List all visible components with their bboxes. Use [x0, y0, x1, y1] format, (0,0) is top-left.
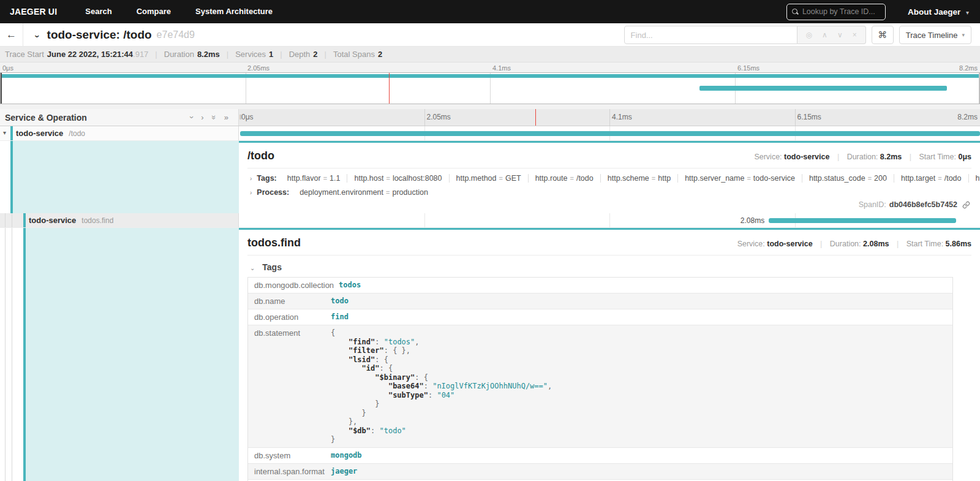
minimap-tick: 8.2ms — [959, 64, 978, 72]
tag-row: internal.span.format jaeger — [248, 463, 952, 479]
tags-summary-row[interactable]: › Tags: http.flavor=1.1http.host=localho… — [247, 174, 971, 183]
find-next-icon[interactable]: ∨ — [832, 31, 848, 39]
total-spans-label: Total Spans — [333, 50, 375, 59]
trace-minimap: 0μs 2.05ms 4.1ms 6.15ms 8.2ms — [0, 62, 980, 109]
jaeger-logo[interactable]: JAEGER UI — [10, 7, 57, 17]
process-summary-row[interactable]: › Process: deployment.environment=produc… — [247, 188, 971, 197]
minimap-left-drag-handle[interactable] — [1, 73, 2, 104]
span-name-todos-find[interactable]: todo-service todos.find — [0, 213, 239, 227]
about-jaeger-menu[interactable]: About Jaeger ▾ — [908, 7, 969, 17]
tag-row: db.system mongodb — [248, 447, 952, 463]
column-resizer-handle[interactable]: ‖ — [239, 113, 241, 121]
ruler-tick-label: 6.15ms — [797, 113, 821, 121]
nav-item-system-architecture[interactable]: System Architecture — [183, 0, 285, 23]
tag-row-db-statement: db.statement { "find": "todos", "filter"… — [248, 325, 952, 447]
chevron-down-icon: ⌄ — [250, 265, 255, 271]
trace-lookup-box[interactable] — [786, 4, 886, 20]
trace-lookup-input[interactable] — [802, 7, 880, 16]
span-track-todos-find[interactable]: 2.08ms — [239, 213, 980, 227]
trace-header: ← ⌄ todo-service: /todo e7e74d9 ◎ ∧ ∨ × … — [0, 23, 980, 47]
ruler-tick-label: 8.2ms — [957, 113, 978, 121]
nav-item-search[interactable]: Search — [73, 0, 124, 23]
tags-table: db.mongodb.collection todos db.name todo… — [247, 277, 953, 481]
span-bar-todos-find[interactable] — [769, 218, 956, 223]
find-clear-icon[interactable]: × — [848, 31, 862, 39]
trace-start-value: June 22 2022, 15:21:44 — [47, 50, 133, 59]
span-row-todos-find: todo-service todos.find 2.08ms — [0, 213, 980, 228]
find-prev-icon[interactable]: ∧ — [817, 31, 832, 39]
detail-service: todo-service — [784, 153, 829, 161]
detail-start-time: 5.86ms — [946, 240, 971, 248]
detail-service: todo-service — [767, 240, 812, 248]
tag-pill: http.user_agent=M... — [969, 174, 980, 183]
tag-row: db.name todo — [248, 293, 952, 309]
collapse-all-icon[interactable]: » — [210, 115, 218, 119]
ruler-ticks: 0μs 2.05ms 4.1ms 6.15ms 8.2ms — [239, 109, 980, 126]
minimap-span-bar-todo — [1, 74, 979, 78]
ruler-tick-label: 4.1ms — [612, 113, 632, 121]
trace-start-label: Trace Start — [5, 50, 44, 59]
collapse-trace-chevron-icon[interactable]: ⌄ — [33, 30, 41, 39]
back-button[interactable]: ← — [0, 23, 23, 47]
span-bar-todo[interactable] — [240, 131, 980, 136]
process-pill: deployment.environment=production — [293, 188, 435, 197]
keyboard-shortcuts-button[interactable]: ⌘ — [872, 26, 894, 44]
collapse-span-chevron-icon[interactable]: ▾ — [3, 129, 6, 136]
span-name-todo[interactable]: ▾ todo-service /todo — [0, 126, 239, 140]
service-operation-label: Service & Operation — [5, 113, 87, 123]
trace-id-short: e7e74d9 — [157, 29, 195, 40]
span-track-todo[interactable] — [239, 126, 980, 140]
tags-section-toggle[interactable]: ⌄ Tags — [247, 262, 971, 272]
expand-one-icon[interactable]: › — [201, 113, 203, 121]
tag-pill: http.status_code=200 — [802, 174, 894, 183]
span-detail-todos-find-gutter — [0, 228, 239, 481]
collapse-one-icon[interactable]: › — [188, 116, 196, 118]
top-navbar: JAEGER UI Search Compare System Architec… — [0, 0, 980, 23]
duration-value: 8.2ms — [197, 50, 220, 59]
find-input-group: ◎ ∧ ∨ × — [624, 26, 866, 44]
tag-pill: http.route=/todo — [529, 174, 601, 183]
topnav-right: About Jaeger ▾ — [786, 4, 980, 20]
span-row-todo: ▾ todo-service /todo — [0, 126, 980, 141]
minimap-tick: 2.05ms — [247, 64, 270, 72]
back-arrow-icon: ← — [6, 29, 17, 41]
tag-row: db.operation find — [248, 309, 952, 325]
find-buttons: ◎ ∧ ∨ × — [797, 26, 866, 44]
db-statement-json: { "find": "todos", "filter": { }, "lsid"… — [331, 328, 948, 444]
total-spans-value: 2 — [378, 50, 382, 59]
span-color-bar — [10, 126, 13, 140]
tag-pill: http.method=GET — [450, 174, 529, 183]
service-operation-header: Service & Operation › › » » ‖ — [0, 109, 239, 126]
find-input[interactable] — [624, 26, 797, 44]
minimap-tick: 6.15ms — [737, 64, 760, 72]
page-title: todo-service: /todo — [47, 28, 152, 42]
deep-link-icon[interactable] — [962, 201, 970, 209]
nav-item-compare[interactable]: Compare — [124, 0, 183, 23]
span-detail-todos-find: todos.find Service: todo-service | Durat… — [0, 228, 980, 481]
tag-pill: http.host=localhost:8080 — [347, 174, 449, 183]
minimap-span-bar-todos-find — [699, 86, 947, 91]
trace-view-select[interactable]: Trace Timeline ▾ — [899, 26, 971, 44]
depth-value: 2 — [313, 50, 317, 59]
detail-start-time: 0μs — [958, 153, 971, 161]
minimap-canvas[interactable] — [0, 72, 980, 104]
find-scope-icon[interactable]: ◎ — [801, 31, 817, 39]
trace-start-fraction: .917 — [133, 50, 148, 59]
tag-pill: http.server_name=todo-service — [678, 174, 802, 183]
services-value: 1 — [269, 50, 273, 59]
span-duration-label: 2.08ms — [741, 216, 769, 225]
span-detail-todo-gutter — [0, 141, 239, 213]
services-label: Services — [235, 50, 266, 59]
expand-all-icon[interactable]: » — [224, 113, 228, 121]
tag-row: db.mongodb.collection todos — [248, 278, 952, 293]
duration-label: Duration — [164, 50, 194, 59]
minimap-tick: 0μs — [2, 64, 13, 72]
chevron-down-icon: ▾ — [966, 9, 969, 16]
ruler-tick-label: 0μs — [241, 113, 254, 121]
jaeger-trace-page: JAEGER UI Search Compare System Architec… — [0, 0, 980, 481]
span-detail-todo-panel: /todo Service: todo-service | Duration: … — [239, 141, 980, 213]
span-detail-todos-find-panel: todos.find Service: todo-service | Durat… — [239, 228, 980, 481]
spanid-value: db046b8efc5b7452 — [889, 200, 957, 209]
minimap-right-drag-handle[interactable] — [979, 73, 979, 104]
spanid-label: SpanID: — [859, 200, 886, 209]
